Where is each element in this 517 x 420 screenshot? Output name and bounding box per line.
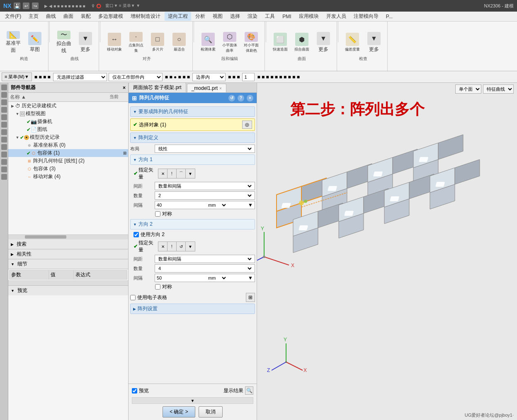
spreadsheet-btn[interactable]: ⊞ (246, 293, 255, 302)
view-mode-select[interactable]: 单个面 (455, 84, 481, 94)
pitch2-control[interactable]: mm ▼ (155, 274, 255, 282)
expand-model-view[interactable]: ▼ (15, 111, 20, 116)
symmetric2-check[interactable] (155, 284, 160, 290)
expand-btn[interactable]: ▼ (132, 397, 253, 404)
section-feature[interactable]: ▼ 要形成阵列的几何特征 (130, 106, 255, 117)
search-section[interactable]: ▶ 搜索 (8, 239, 128, 249)
pitch1-arrow[interactable]: ▼ (248, 202, 253, 208)
sidebar-render-icon[interactable] (1, 144, 7, 150)
sidebar-history-icon[interactable] (1, 137, 7, 142)
direction2-header[interactable]: ▼ 方向 2 (130, 219, 255, 229)
spacing2-control[interactable]: 数量和间隔 (155, 255, 255, 263)
feature-select[interactable]: 特征曲线 (483, 84, 514, 94)
symmetric1-check[interactable] (155, 211, 160, 217)
pitch2-unit[interactable]: mm (206, 274, 227, 282)
nav-bottom-hscroll[interactable] (8, 280, 128, 285)
btn-curve-more[interactable]: ▼ 更多 (75, 31, 95, 54)
relations-section[interactable]: ▶ 相关性 (8, 249, 128, 259)
btn-fit-curve[interactable]: 〜 拟合曲线 (54, 31, 74, 54)
spacing1-control[interactable]: 数量和间隔 (155, 182, 255, 190)
menu-pmi[interactable]: PMI (279, 13, 294, 20)
preview-checkbox[interactable] (132, 388, 137, 393)
menu-reverse[interactable]: 逆向工程 (165, 12, 191, 21)
selection-filter[interactable]: 无选择过滤器 (53, 73, 107, 81)
scope-select[interactable]: 仅在工作部件内 (109, 73, 163, 81)
vec2-more-icon[interactable]: ▼ (186, 242, 195, 251)
btn-check-more[interactable]: ▼ 更多 (364, 31, 384, 54)
preview-bottom-section[interactable]: ▼ 预览 (8, 285, 128, 295)
nav-close-btn[interactable]: × (123, 85, 126, 91)
tree-item-camera[interactable]: ▶ ✔ 📷 摄像机 (8, 118, 128, 126)
menu-dev[interactable]: 开发人员 (323, 12, 350, 21)
menu-home[interactable]: 主页 (25, 12, 42, 21)
tree-item-datum[interactable]: ▶ ⊕ 基准坐标系 (0) (8, 141, 128, 149)
btn-datum-plane[interactable]: 📐 基准平面 (3, 31, 23, 54)
menu-curve[interactable]: 曲线 (43, 12, 59, 21)
cancel-button[interactable]: 取消 (199, 406, 223, 418)
dialog-refresh-btn[interactable]: ↺ (228, 95, 235, 101)
menu-file[interactable]: 文件(F) (2, 12, 24, 21)
btn-quick-surface[interactable]: ⬜ 快速造面 (270, 31, 290, 54)
btn-surface-more[interactable]: ▼ 更多 (313, 31, 333, 54)
file-tab-1[interactable]: 两面抽芯 套子模架.prt (129, 82, 186, 92)
file-tab-2[interactable]: _model1.prt × (187, 84, 226, 92)
menu-analysis[interactable]: 分析 (192, 12, 209, 21)
menu-polygon[interactable]: 多边形建模 (95, 12, 126, 21)
menu-apps[interactable]: 应用模块 (296, 12, 322, 21)
ok-button[interactable]: < 确定 > (163, 406, 195, 418)
vec1-excl-icon[interactable]: ! (167, 169, 177, 178)
menu-additive[interactable]: 增材制造设计 (127, 12, 164, 21)
vec2-x-icon[interactable]: ✕ (158, 242, 167, 251)
pitch2-arrow[interactable]: ▼ (248, 275, 253, 281)
file-tab-2-close[interactable]: × (219, 86, 222, 91)
menu-select[interactable]: 选择 (227, 12, 243, 21)
spreadsheet-check[interactable] (130, 295, 136, 300)
menu-more[interactable]: P... (383, 13, 396, 20)
sidebar-more-icon[interactable] (1, 167, 7, 172)
menu-btn[interactable]: ≡ 菜单(M)▼ (2, 72, 32, 81)
nav-hscroll-thumb[interactable] (25, 235, 66, 239)
density-input[interactable] (242, 73, 255, 81)
section-array-settings[interactable]: ▶ 阵列设置 (130, 304, 255, 314)
menu-assembly[interactable]: 装配 (78, 12, 94, 21)
menu-view[interactable]: 视图 (209, 12, 226, 21)
section-definition[interactable]: ▼ 阵列定义 (130, 133, 255, 143)
layout-select[interactable]: 线性 (157, 145, 253, 152)
tree-item-body1[interactable]: ▶ ✔ ⬡ 包容体 (1) ⊞ (8, 149, 128, 157)
dialog-close-btn[interactable]: × (247, 95, 253, 101)
show-result-btn[interactable]: 🔍 (245, 386, 253, 395)
vec1-curve-icon[interactable]: ⌒ (177, 169, 186, 178)
layout-control[interactable]: 线性 (155, 145, 255, 153)
count2-select[interactable]: 4 (157, 265, 253, 272)
menu-surface[interactable]: 曲面 (60, 12, 77, 21)
tree-item-pattern[interactable]: ▶ ⊞ 阵列几何特征 [线性] (2) (8, 157, 128, 165)
tree-item-model-view[interactable]: ▼ □ 模型视图 (8, 110, 128, 118)
sidebar-motion-icon[interactable] (1, 152, 7, 157)
sidebar-features-icon[interactable] (1, 114, 7, 120)
btn-multi-patch[interactable]: □ 多片片 (148, 31, 167, 54)
btn-facet-color[interactable]: 🎨 对小平面体刷色 (241, 31, 261, 54)
btn-fit-surface[interactable]: ⬢ 拟合曲面 (292, 31, 312, 54)
expand-history[interactable]: ▶ (10, 104, 15, 109)
count1-control[interactable]: 2 (155, 191, 255, 200)
sidebar-assembly-icon[interactable] (1, 99, 7, 105)
count1-select[interactable]: 2 (157, 192, 253, 199)
vec1-x-icon[interactable]: ✕ (158, 169, 167, 178)
save-icon[interactable]: 💾 (14, 2, 20, 9)
vec2-curve-icon[interactable]: ↺ (177, 242, 186, 251)
nav-hscroll[interactable] (8, 234, 128, 239)
pitch1-unit[interactable]: mm (206, 201, 227, 209)
sidebar-color-icon[interactable] (1, 159, 7, 165)
use-dir2-check[interactable] (133, 232, 139, 237)
sidebar-analysis-icon[interactable] (1, 129, 7, 135)
menu-tools[interactable]: 工具 (262, 12, 278, 21)
tree-item-drawing[interactable]: ▶ ✔ 📄 图纸 (8, 126, 128, 133)
tree-item-move[interactable]: ▶ ↔ 移动对象 (4) (8, 173, 128, 181)
boundary-select[interactable]: 边界内 (192, 73, 226, 81)
btn-deviation[interactable]: 📏 偏差度量 (342, 31, 362, 54)
expand-model-history[interactable]: ▼ (15, 135, 20, 140)
btn-facet-curvature[interactable]: ⬡ 小平面体曲率 (220, 31, 240, 54)
btn-best-fit[interactable]: ○ 最适合 (169, 31, 189, 54)
btn-detect-body[interactable]: 🔍 检测体素 (198, 31, 218, 54)
redo-icon[interactable]: ↪ (32, 2, 39, 9)
